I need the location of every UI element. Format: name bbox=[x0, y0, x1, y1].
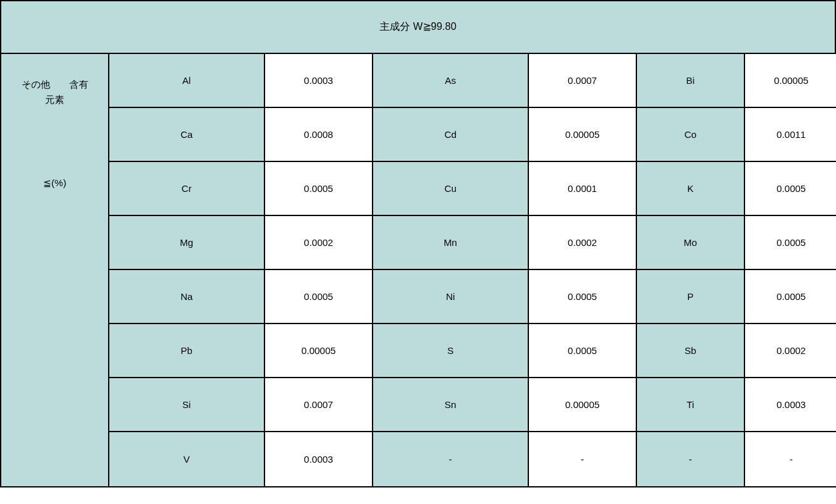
value-cell: 0.0007 bbox=[265, 378, 373, 432]
element-cell: Ca bbox=[109, 108, 265, 162]
element-cell: Mn bbox=[373, 216, 529, 270]
value-cell: 0.00005 bbox=[529, 378, 637, 432]
element-cell: Ti bbox=[637, 378, 745, 432]
value-cell: 0.0003 bbox=[745, 378, 836, 432]
element-cell: V bbox=[109, 432, 265, 486]
value-cell: 0.0003 bbox=[265, 432, 373, 486]
value-cell: 0.0005 bbox=[745, 162, 836, 216]
value-cell: 0.00005 bbox=[265, 324, 373, 378]
element-cell: Co bbox=[637, 108, 745, 162]
composition-table: 主成分 W≧99.80 その他 含有 元素 ≦(%) Al 0.0003 As … bbox=[0, 0, 836, 487]
sidebar-label-top: その他 含有 元素 bbox=[22, 77, 88, 107]
element-cell: P bbox=[637, 270, 745, 324]
value-cell: 0.0005 bbox=[265, 162, 373, 216]
value-cell: 0.0002 bbox=[745, 324, 836, 378]
value-cell: 0.0005 bbox=[529, 324, 637, 378]
element-cell: - bbox=[637, 432, 745, 486]
element-cell: Na bbox=[109, 270, 265, 324]
value-cell: - bbox=[745, 432, 836, 486]
element-cell: Sn bbox=[373, 378, 529, 432]
element-cell: Cd bbox=[373, 108, 529, 162]
element-cell: K bbox=[637, 162, 745, 216]
table-header: 主成分 W≧99.80 bbox=[1, 1, 835, 54]
element-cell: Mo bbox=[637, 216, 745, 270]
value-cell: 0.0005 bbox=[745, 270, 836, 324]
value-cell: 0.0002 bbox=[529, 216, 637, 270]
value-cell: 0.0005 bbox=[529, 270, 637, 324]
element-cell: Si bbox=[109, 378, 265, 432]
value-cell: 0.00005 bbox=[529, 108, 637, 162]
value-cell: 0.0001 bbox=[529, 162, 637, 216]
element-cell: Sb bbox=[637, 324, 745, 378]
sidebar-line2: 元素 bbox=[22, 92, 88, 107]
table-body: その他 含有 元素 ≦(%) Al 0.0003 As 0.0007 Bi 0.… bbox=[1, 54, 835, 486]
element-cell: - bbox=[373, 432, 529, 486]
element-cell: Cu bbox=[373, 162, 529, 216]
value-cell: 0.0008 bbox=[265, 108, 373, 162]
sidebar-unit: ≦(%) bbox=[43, 177, 66, 189]
element-cell: Al bbox=[109, 54, 265, 108]
element-cell: As bbox=[373, 54, 529, 108]
row-header-sidebar: その他 含有 元素 ≦(%) bbox=[1, 54, 109, 486]
value-cell: 0.0005 bbox=[745, 216, 836, 270]
value-cell: 0.0002 bbox=[265, 216, 373, 270]
value-cell: - bbox=[529, 432, 637, 486]
value-cell: 0.0011 bbox=[745, 108, 836, 162]
element-cell: Mg bbox=[109, 216, 265, 270]
value-cell: 0.0003 bbox=[265, 54, 373, 108]
sidebar-line1: その他 含有 bbox=[22, 77, 88, 92]
element-cell: Bi bbox=[637, 54, 745, 108]
value-cell: 0.0005 bbox=[265, 270, 373, 324]
value-cell: 0.00005 bbox=[745, 54, 836, 108]
element-cell: Pb bbox=[109, 324, 265, 378]
element-cell: S bbox=[373, 324, 529, 378]
value-cell: 0.0007 bbox=[529, 54, 637, 108]
element-cell: Cr bbox=[109, 162, 265, 216]
element-cell: Ni bbox=[373, 270, 529, 324]
